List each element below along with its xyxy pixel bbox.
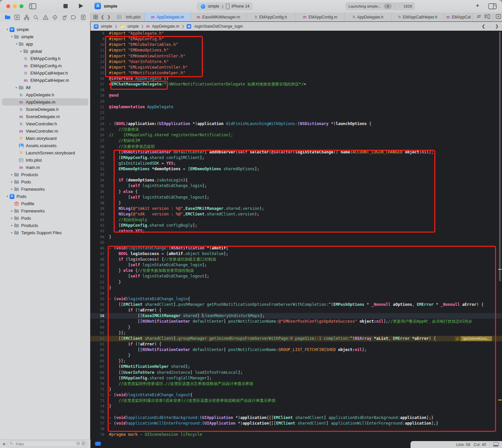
code-line[interactable]: 47 BOOL loginSuccess = [aNotif.object bo… [90, 251, 502, 257]
code-line[interactable]: 32 EMDemoOptions *demoOptions = [EMDemoO… [90, 166, 502, 172]
sidebar-file-row[interactable]: mmain.m [0, 164, 90, 171]
back-icon[interactable]: ❮ [100, 15, 105, 19]
warning-icon[interactable]: ⚠ [488, 24, 492, 28]
minimap-icon[interactable] [484, 14, 490, 20]
code-line[interactable]: 45 [90, 240, 502, 245]
sidebar-file-row[interactable]: ▸Targets Support Files [0, 229, 90, 236]
code-line[interactable]: 69 [EMAppConfig.shared configCallManager… [90, 375, 502, 381]
filter-input[interactable] [15, 442, 40, 446]
sidebar-file-row[interactable]: mEMAppConfig.m [0, 62, 90, 69]
scheme-name[interactable]: simple [208, 4, 219, 9]
sidebar-file-row[interactable]: hEMAppConfig.h [0, 55, 90, 62]
code-line[interactable]: 10#import "EMGlobalVariables.h" [90, 42, 502, 48]
breakpoint-toggle-icon[interactable] [95, 442, 101, 446]
stop-button[interactable] [63, 4, 68, 8]
code-line[interactable]: 59 [[NSNotificationCenter defaultCenter]… [90, 319, 502, 324]
tab-AppDelegate.m[interactable]: mAppDelegate.m [145, 13, 191, 21]
sidebar-file-row[interactable]: ▾APods [0, 193, 90, 200]
issue-navigator-icon[interactable] [42, 14, 49, 21]
sidebar-file-row[interactable]: ×LaunchScreen.storyboard [0, 149, 90, 156]
sidebar-file-row[interactable]: ▸global [0, 48, 90, 55]
code-line[interactable]: 8#import "AppDelegate.h" [90, 31, 502, 36]
breadcrumb-project[interactable]: simple [101, 24, 112, 29]
sidebar-file-row[interactable]: ▸Pods [0, 214, 90, 222]
code-line[interactable]: 55- (void)loginStateDidChange_login{ [90, 296, 502, 302]
code-line[interactable]: 26// [EMAppConfig.shared registerUserNot… [90, 132, 502, 138]
code-line[interactable]: 39 NSLog(@"imkit version : %@",EaseIMKit… [90, 206, 502, 211]
code-line[interactable]: 15#import "EMNotificationHelper.h" [90, 70, 502, 76]
scheme-selector[interactable]: simple ❯ iPhone 14 [197, 2, 253, 10]
breadcrumb-group[interactable]: simple [127, 24, 139, 29]
code-line[interactable]: 72- (void)loginStateDidChange_logout{ [90, 392, 502, 398]
code-line[interactable]: 21@implementation AppDelegate [90, 104, 502, 110]
code-line[interactable]: 17<EMChatManagerDelegate/*,UNUserNotific… [90, 81, 502, 87]
source-control-navigator-icon[interactable] [14, 14, 21, 21]
add-file-button[interactable]: + [3, 441, 6, 447]
tab-EMAppCal[interactable]: mEMAppCal [445, 13, 473, 21]
sidebar-file-row[interactable]: ▸Products [0, 171, 90, 178]
code-line[interactable]: 66 }]; [90, 358, 502, 364]
close-window-icon[interactable] [6, 4, 10, 8]
code-line[interactable]: 20 [90, 99, 502, 104]
code-line[interactable]: 70 //这里是监听到登录成功.//这里应该显示主界面或根据产品设计来显示界面 [90, 381, 502, 387]
disclosure-chevron-icon[interactable]: ▸ [10, 209, 14, 212]
code-line[interactable]: 29 [[NSNotificationCenter defaultCenter]… [90, 149, 502, 155]
report-navigator-icon[interactable] [80, 14, 87, 21]
source-editor[interactable]: 8#import "AppDelegate.h"9#import "EMAppC… [90, 31, 502, 437]
code-line[interactable]: 57 if (!aError) { [90, 307, 502, 313]
code-line[interactable]: 18 [90, 87, 502, 93]
toggle-navigator-icon[interactable] [29, 3, 36, 11]
code-line[interactable]: 74} [90, 403, 502, 409]
code-line[interactable]: 37 [self loginStateDidChange_logout]; [90, 195, 502, 200]
tab-EMAppCallHelper.h[interactable]: hEMAppCallHelper.h [392, 13, 445, 21]
code-line[interactable]: 25 //注册推送 [90, 127, 502, 132]
code-line[interactable]: 14#import "EMLoginViewController.h" [90, 65, 502, 70]
disclosure-chevron-icon[interactable]: ▾ [15, 42, 18, 46]
code-line[interactable]: 24- (BOOL)application:(UIApplication *)a… [90, 121, 502, 127]
forward-icon[interactable]: ❯ [106, 15, 112, 19]
disclosure-chevron-icon[interactable]: ▸ [10, 231, 14, 234]
code-line[interactable]: 78 [90, 426, 502, 432]
code-line[interactable]: 65 } [90, 353, 502, 358]
code-line[interactable]: 52 } [90, 279, 502, 285]
tab-Info.plist[interactable]: Info.plist [113, 13, 145, 21]
sidebar-file-row[interactable]: ▾app [0, 40, 90, 48]
sidebar-file-row[interactable]: mAppDelegate.m [0, 98, 90, 106]
disclosure-chevron-icon[interactable]: ▸ [10, 173, 14, 176]
code-line[interactable]: 16@interface AppDelegate () [90, 76, 502, 81]
sidebar-file-row[interactable]: ▸Frameworks [0, 207, 90, 214]
tab-EMAppConfig.m[interactable]: mEMAppConfig.m [296, 13, 345, 21]
next-issue-icon[interactable]: ❯ [495, 24, 499, 29]
sidebar-file-row[interactable]: mEMAppCallHelper.m [0, 77, 90, 84]
disclosure-chevron-icon[interactable]: ▾ [10, 35, 14, 38]
code-line[interactable]: 23 [90, 115, 502, 121]
tab-EMAppConfig.h[interactable]: hEMAppConfig.h [246, 13, 296, 21]
sidebar-file-row[interactable]: ▸Pods [0, 178, 90, 185]
code-line[interactable]: 44} [90, 234, 502, 240]
code-line[interactable]: 73 //这里是监听到退出登录(或未登录)//这里应该显示登录界面或根据产品设计… [90, 398, 502, 403]
inline-warning-chip[interactable]: ⚠'getJoinedGrou... [454, 336, 492, 341]
code-line[interactable]: 40 NSLog(@"sdk version : %@",EMClient.sh… [90, 211, 502, 217]
code-line[interactable]: 64 [[NSNotificationCenter defaultCenter]… [90, 347, 502, 353]
code-line[interactable]: 48 if (loginSuccess) {//登录成功加载主窗口控制器 [90, 257, 502, 262]
code-line[interactable]: 51 [self loginStateDidChange_logout]; [90, 273, 502, 279]
sidebar-file-row[interactable]: Podfile [0, 200, 90, 207]
sidebar-file-row[interactable]: ▾Asimple [0, 26, 90, 33]
sidebar-file-row[interactable]: Assets.xcassets [0, 142, 90, 149]
code-line[interactable]: 41 //初始化bugly [90, 217, 502, 223]
code-line[interactable]: 49 [self loginStateDidChange_login]; [90, 262, 502, 268]
breadcrumb-file[interactable]: AppDelegate.m [152, 24, 179, 29]
code-line[interactable]: 38 } [90, 200, 502, 206]
tab-AppDelegate.h[interactable]: hAppDelegate.h [345, 13, 392, 21]
code-line[interactable]: 71} [90, 387, 502, 392]
code-line[interactable]: 19@end [90, 93, 502, 98]
sidebar-file-row[interactable]: ×Main.storyboard [0, 135, 90, 142]
sidebar-file-row[interactable]: mSceneDelegate.m [0, 113, 90, 120]
run-destination[interactable]: iPhone 14 [232, 4, 249, 9]
warning-count[interactable]: 1629 [404, 4, 412, 8]
code-line[interactable]: 50 } else {//登录失败加载登录页面控制器 [90, 268, 502, 273]
zoom-window-icon[interactable] [19, 4, 23, 8]
breakpoint-navigator-icon[interactable] [70, 14, 77, 21]
code-line[interactable]: 46- (void)loginStateChange:(NSNotificati… [90, 245, 502, 251]
sidebar-file-row[interactable]: ▸Products [0, 222, 90, 229]
